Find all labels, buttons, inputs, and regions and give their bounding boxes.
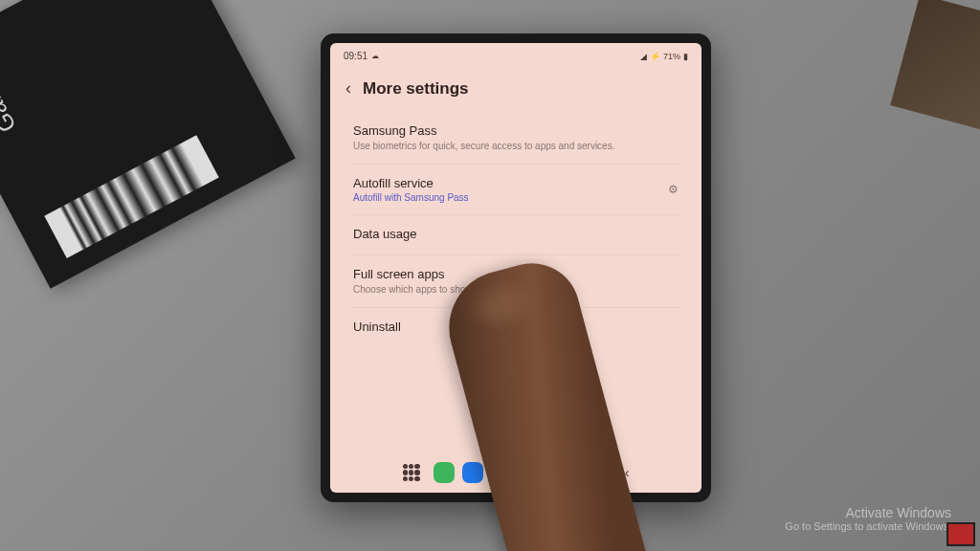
setting-samsung-pass[interactable]: Samsung Pass Use biometrics for quick, s… — [349, 112, 682, 165]
wooden-object — [890, 0, 980, 130]
wifi-icon: ⚡ — [650, 52, 660, 61]
setting-title: Autofill service — [353, 176, 469, 190]
gear-icon[interactable]: ⚙ — [668, 183, 679, 196]
product-box-label: Galaxy Z Fold6 — [0, 0, 21, 137]
signal-icon: ◢ — [640, 52, 647, 61]
setting-data-usage[interactable]: Data usage — [349, 215, 682, 255]
status-bar: 09:51 ☁ ◢ ⚡ 71% ▮ — [330, 43, 702, 69]
battery-text: 71% — [663, 52, 680, 61]
setting-link: Autofill with Samsung Pass — [353, 192, 469, 203]
barcode — [44, 135, 218, 258]
dock-app-messages[interactable] — [462, 462, 483, 483]
galaxy-fold-box: Galaxy Z Fold6 — [0, 0, 296, 289]
setting-subtitle: Use biometrics for quick, secure access … — [353, 140, 679, 152]
windows-watermark: Activate Windows Go to Settings to activ… — [785, 505, 951, 532]
page-title: More settings — [363, 79, 469, 99]
setting-autofill[interactable]: Autofill service Autofill with Samsung P… — [349, 165, 682, 215]
setting-title: Samsung Pass — [353, 123, 679, 138]
back-button[interactable]: ‹ — [345, 78, 351, 99]
cloud-icon: ☁ — [371, 52, 379, 60]
setting-title: Data usage — [353, 227, 679, 241]
corner-tag — [947, 522, 975, 546]
battery-icon: ▮ — [683, 52, 688, 61]
all-apps-icon[interactable] — [403, 464, 420, 481]
page-header: ‹ More settings — [330, 69, 702, 112]
dock-app-phone[interactable] — [434, 462, 455, 483]
status-time: 09:51 — [344, 51, 368, 61]
watermark-title: Activate Windows — [785, 505, 951, 520]
watermark-subtitle: Go to Settings to activate Windows. — [785, 520, 951, 532]
